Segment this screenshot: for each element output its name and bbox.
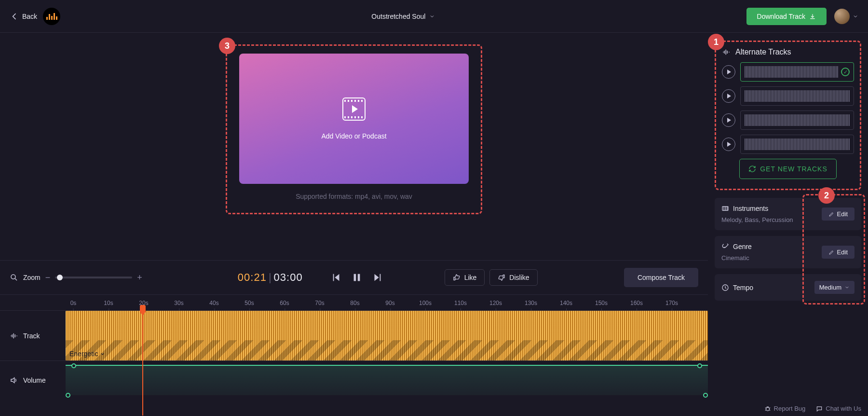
download-label: Download Track [757,13,805,20]
zoom-out-button[interactable]: − [45,273,51,283]
play-alt-button[interactable] [722,65,735,79]
ruler-tick: 160s [630,300,643,306]
user-menu[interactable] [834,9,858,24]
footer: Report Bug Chat with Us [764,405,861,412]
upload-cta: Add Video or Podcast [321,132,386,140]
logo-bars-icon [46,13,57,20]
volume-row: Volume [0,361,708,399]
chevron-down-icon [844,285,850,290]
pause-button[interactable] [351,272,363,283]
play-alt-button[interactable] [722,113,735,127]
playback-controls [331,272,383,283]
alt-track-row [722,135,854,154]
video-icon [342,97,366,121]
alternate-tracks-panel: 1 Alternate Tracks ✓ [715,41,861,190]
report-bug-button[interactable]: Report Bug [764,405,806,412]
alt-track[interactable] [740,86,854,106]
get-new-label: GET NEW TRACKS [760,165,827,173]
like-label: Like [464,274,477,281]
time-ruler[interactable]: 0s10s20s30s40s50s60s70s80s90s100s110s120… [66,295,708,310]
ruler-tick: 30s [174,300,183,306]
zoom-in-button[interactable]: + [137,273,142,283]
tempo-setting: Tempo Medium [715,274,861,301]
compose-label: Compose Track [637,274,685,281]
title-text: Outstretched Soul [371,13,425,20]
left-pane: 3 Add Video or Podcast Supported formats… [0,33,708,416]
chevron-down-icon [429,14,435,19]
svg-rect-2 [353,274,356,281]
ruler-tick: 170s [665,300,678,306]
edit-instruments-button[interactable]: Edit [822,208,854,221]
volume-node[interactable] [703,393,708,398]
header-right: Download Track [746,8,858,25]
ruler-tick: 100s [419,300,432,306]
pencil-icon [828,211,834,217]
total-time: 03:00 [274,271,303,283]
alt-track-row [722,111,854,130]
time-display: 00:21|03:00 [238,271,303,284]
genre-setting: Genre Cinematic Edit [715,236,861,268]
track-content[interactable]: Energetic [58,311,708,361]
edit-genre-button[interactable]: Edit [822,246,854,259]
speaker-icon [10,376,18,385]
alt-track[interactable] [740,111,854,130]
svg-rect-1 [333,274,334,281]
chat-button[interactable]: Chat with Us [816,405,861,412]
back-label: Back [22,13,37,20]
ruler-tick: 110s [454,300,467,306]
edit-label: Edit [837,249,848,256]
like-button[interactable]: Like [445,269,485,286]
svg-rect-3 [358,274,360,281]
pause-icon [352,272,362,283]
logo [43,8,60,25]
back-button[interactable]: Back [10,12,37,21]
play-alt-button[interactable] [722,89,735,103]
alt-track-row [722,86,854,106]
thumbs-up-icon [453,274,461,281]
waveform-icon [10,332,18,340]
playhead[interactable] [142,311,143,416]
main: 3 Add Video or Podcast Supported formats… [0,33,868,416]
report-bug-label: Report Bug [774,405,806,412]
volume-node[interactable] [697,363,702,368]
avatar [834,9,850,24]
edit-label: Edit [837,210,848,218]
timeline: 0s10s20s30s40s50s60s70s80s90s100s110s120… [0,295,708,416]
prev-button[interactable] [331,272,342,283]
right-pane: 1 Alternate Tracks ✓ [708,33,868,416]
search-icon [10,273,18,282]
play-alt-button[interactable] [722,138,735,151]
ruler-tick: 80s [350,300,359,306]
upload-dropzone[interactable]: Add Video or Podcast [239,54,469,184]
alt-track-selected[interactable]: ✓ [740,62,854,82]
ruler-tick: 150s [595,300,608,306]
mini-waveform-icon [745,114,850,126]
compose-button[interactable]: Compose Track [624,268,698,287]
mini-waveform-icon [745,90,850,102]
volume-node[interactable] [71,363,76,368]
svg-point-0 [11,275,15,279]
upload-area[interactable]: 3 Add Video or Podcast Supported formats… [226,44,482,214]
check-icon: ✓ [841,68,850,76]
volume-node[interactable] [66,393,70,398]
download-button[interactable]: Download Track [746,8,827,25]
project-title[interactable]: Outstretched Soul [371,13,435,20]
next-button[interactable] [371,272,383,283]
zoom-label: Zoom [23,274,41,281]
volume-automation[interactable] [58,361,708,399]
mood-label: Energetic [69,350,98,358]
waveform-clip[interactable]: Energetic [66,311,708,361]
dislike-button[interactable]: Dislike [489,269,537,286]
zoom-slider[interactable] [55,277,132,278]
ruler-tick: 60s [280,300,289,306]
alt-track[interactable] [740,135,854,154]
ruler-tick: 120s [489,300,502,306]
mini-waveform-icon [745,66,838,78]
tempo-select[interactable]: Medium [814,281,854,294]
mood-selector[interactable]: Energetic [69,350,105,358]
annotation-badge-1: 1 [708,34,724,50]
chat-icon [816,405,823,412]
get-new-tracks-button[interactable]: GET NEW TRACKS [739,159,837,179]
instruments-setting: Instruments Melody, Bass, Percussion Edi… [715,198,861,230]
settings-stack: 2 Instruments Melody, Bass, Percussion E… [715,198,861,301]
